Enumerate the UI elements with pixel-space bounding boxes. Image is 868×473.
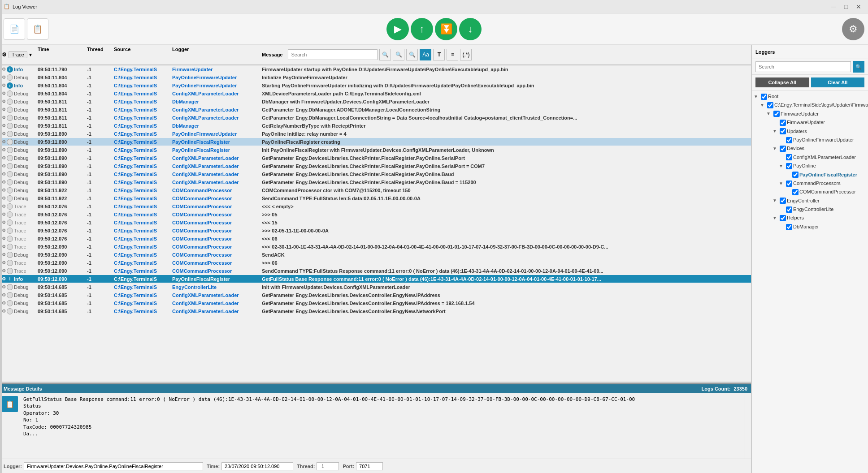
tree-toggle-icon[interactable]: ▼ bbox=[754, 94, 760, 100]
search-highlight-button[interactable]: Aa bbox=[420, 49, 431, 60]
copy-message-button[interactable]: 📋 bbox=[2, 396, 18, 412]
tree-checkbox[interactable] bbox=[786, 137, 792, 143]
table-row[interactable]: ⚙ Debug 09:50:14.685 -1 C:\Engy.Terminal… bbox=[0, 291, 751, 299]
table-row[interactable]: ⚙ Debug 09:50:11.890 -1 C:\Engy.Terminal… bbox=[0, 154, 751, 162]
restore-button[interactable]: □ bbox=[840, 2, 852, 12]
open-file-button[interactable]: 📄 bbox=[4, 18, 25, 40]
tree-checkbox[interactable] bbox=[786, 206, 792, 213]
table-row[interactable]: ⚙ Debug 09:50:11.890 -1 C:\Engy.Terminal… bbox=[0, 130, 751, 138]
search-zoom-out-button[interactable]: 🔍 bbox=[393, 49, 404, 60]
tree-checkbox[interactable] bbox=[792, 172, 799, 178]
tree-toggle-icon[interactable]: ▼ bbox=[773, 198, 779, 204]
tree-item[interactable]: ▼ C:\Engy.TerminalSide\logs\Updater\Firm… bbox=[752, 101, 868, 109]
table-row[interactable]: ⚙ Trace 09:50:12.076 -1 C:\Engy.Terminal… bbox=[0, 227, 751, 235]
tree-checkbox[interactable] bbox=[773, 111, 780, 117]
table-row[interactable]: ⚙ i Info 09:50:11.790 -1 C:\Engy.Termina… bbox=[0, 65, 751, 73]
table-row[interactable]: ⚙ Debug 09:50:11.804 -1 C:\Engy.Terminal… bbox=[0, 73, 751, 82]
tree-toggle-icon[interactable]: ▼ bbox=[773, 146, 779, 152]
table-row[interactable]: ⚙ Debug 09:50:11.890 -1 C:\Engy.Terminal… bbox=[0, 162, 751, 170]
tree-item[interactable]: ▼ Updaters bbox=[752, 127, 868, 136]
tree-checkbox[interactable] bbox=[767, 102, 773, 108]
table-row[interactable]: ⚙ Debug 09:50:11.811 -1 C:\Engy.Terminal… bbox=[0, 106, 751, 114]
loggers-search-input[interactable] bbox=[755, 61, 851, 72]
settings-button[interactable]: ⚙ bbox=[842, 18, 864, 40]
open-folder-button[interactable]: 📋 bbox=[27, 18, 48, 40]
tree-item[interactable]: ▼ Helpers bbox=[752, 214, 868, 222]
table-row[interactable]: ⚙ Debug 09:50:11.890 -1 C:\Engy.Terminal… bbox=[0, 138, 751, 146]
tree-item[interactable]: EngyControllerLite bbox=[752, 205, 868, 214]
tree-checkbox[interactable] bbox=[786, 154, 792, 160]
scroll-down-button[interactable]: ↓ bbox=[459, 18, 482, 40]
skip-down-button[interactable]: ⏬ bbox=[435, 18, 457, 40]
tree-item[interactable]: ▼ PayOnline bbox=[752, 162, 868, 170]
tree-checkbox[interactable] bbox=[780, 198, 786, 204]
tree-item[interactable]: ▼ Root bbox=[752, 92, 868, 101]
table-row[interactable]: ⚙ Trace 09:50:12.090 -1 C:\Engy.Terminal… bbox=[0, 267, 751, 275]
table-row[interactable]: ⚙ i Info 09:50:12.090 -1 C:\Engy.Termina… bbox=[0, 275, 751, 283]
table-row[interactable]: ⚙ Debug 09:50:11.811 -1 C:\Engy.Terminal… bbox=[0, 98, 751, 106]
tree-item[interactable]: ConfigXMLParameterLoader bbox=[752, 153, 868, 162]
level-filter-dropdown[interactable]: Trace bbox=[9, 51, 27, 58]
table-row[interactable]: ⚙ Trace 09:50:12.076 -1 C:\Engy.Terminal… bbox=[0, 202, 751, 211]
log-search-input[interactable] bbox=[288, 49, 378, 60]
table-row[interactable]: ⚙ Debug 09:50:11.811 -1 C:\Engy.Terminal… bbox=[0, 114, 751, 122]
loggers-search-button[interactable]: 🔍 bbox=[853, 61, 864, 73]
tree-toggle-icon[interactable]: ▼ bbox=[760, 102, 766, 108]
search-text-button[interactable]: T bbox=[433, 49, 445, 60]
table-row[interactable]: ⚙ Debug 09:50:14.685 -1 C:\Engy.Terminal… bbox=[0, 307, 751, 315]
tree-toggle-icon[interactable]: ▼ bbox=[773, 215, 779, 221]
tree-checkbox[interactable] bbox=[761, 94, 767, 100]
table-row[interactable]: ⚙ Debug 09:50:12.090 -1 C:\Engy.Terminal… bbox=[0, 251, 751, 259]
tree-checkbox[interactable] bbox=[786, 181, 792, 187]
loggers-tree[interactable]: ▼ Root ▼ C:\Engy.TerminalSide\logs\Updat… bbox=[752, 90, 868, 473]
tree-checkbox[interactable] bbox=[786, 163, 792, 169]
tree-toggle-icon[interactable]: ▼ bbox=[779, 163, 785, 169]
table-row[interactable]: ⚙ Trace 09:50:12.076 -1 C:\Engy.Terminal… bbox=[0, 219, 751, 227]
table-row[interactable]: ⚙ Trace 09:50:12.090 -1 C:\Engy.Terminal… bbox=[0, 243, 751, 251]
table-row[interactable]: ⚙ Trace 09:50:12.076 -1 C:\Engy.Terminal… bbox=[0, 235, 751, 243]
tree-checkbox[interactable] bbox=[786, 224, 792, 230]
tree-checkbox[interactable] bbox=[780, 146, 786, 152]
tree-item[interactable]: DbManager bbox=[752, 223, 868, 231]
table-row[interactable]: ⚙ Debug 09:50:11.811 -1 C:\Engy.Terminal… bbox=[0, 122, 751, 130]
tree-item[interactable]: PayOnlineFirmwareUpdater bbox=[752, 136, 868, 144]
close-button[interactable]: ✕ bbox=[853, 2, 864, 12]
search-button[interactable]: 🔍 bbox=[379, 49, 391, 60]
tree-item[interactable]: COMCommandProcessor bbox=[752, 188, 868, 196]
log-body[interactable]: ⚙ i Info 09:50:11.790 -1 C:\Engy.Termina… bbox=[0, 65, 751, 382]
search-regex-button[interactable]: (.*) bbox=[460, 49, 472, 60]
tree-item[interactable]: ▼ CommandProcessors bbox=[752, 179, 868, 188]
tree-checkbox[interactable] bbox=[792, 189, 799, 195]
play-button[interactable]: ▶ bbox=[386, 18, 409, 40]
search-filter-button[interactable]: 🔍 bbox=[406, 49, 418, 60]
collapse-all-button[interactable]: Collapse All bbox=[755, 77, 809, 87]
table-row[interactable]: ⚙ Debug 09:50:11.922 -1 C:\Engy.Terminal… bbox=[0, 194, 751, 202]
tree-item[interactable]: FirmwareUpdater bbox=[752, 118, 868, 127]
table-row[interactable]: ⚙ Debug 09:50:11.804 -1 C:\Engy.Terminal… bbox=[0, 90, 751, 98]
table-row[interactable]: ⚙ Debug 09:50:11.890 -1 C:\Engy.Terminal… bbox=[0, 170, 751, 178]
minimize-button[interactable]: ─ bbox=[828, 2, 839, 12]
tree-toggle-icon[interactable]: ▼ bbox=[766, 111, 773, 117]
tree-toggle-icon[interactable]: ▼ bbox=[773, 128, 779, 134]
table-row[interactable]: ⚙ Debug 09:50:11.922 -1 C:\Engy.Terminal… bbox=[0, 186, 751, 194]
tree-checkbox[interactable] bbox=[780, 128, 786, 134]
search-options-button[interactable]: ≡ bbox=[447, 49, 458, 60]
table-row[interactable]: ⚙ i Info 09:50:11.804 -1 C:\Engy.Termina… bbox=[0, 82, 751, 90]
vertical-splitter[interactable] bbox=[0, 0, 2, 473]
tree-item[interactable]: ▼ Devices bbox=[752, 144, 868, 153]
message-scrollbar[interactable] bbox=[745, 393, 751, 459]
table-row[interactable]: ⚙ Debug 09:50:11.890 -1 C:\Engy.Terminal… bbox=[0, 178, 751, 186]
tree-checkbox[interactable] bbox=[780, 215, 786, 221]
table-row[interactable]: ⚙ Debug 09:50:14.685 -1 C:\Engy.Terminal… bbox=[0, 299, 751, 307]
tree-item[interactable]: ▼ EngyController bbox=[752, 197, 868, 205]
table-row[interactable]: ⚙ Debug 09:50:11.890 -1 C:\Engy.Terminal… bbox=[0, 146, 751, 154]
scroll-up-button[interactable]: ↑ bbox=[411, 18, 433, 40]
tree-item[interactable]: PayOnlineFiscalRegister bbox=[752, 171, 868, 179]
table-row[interactable]: ⚙ Debug 09:50:14.685 -1 C:\Engy.Terminal… bbox=[0, 283, 751, 291]
tree-checkbox[interactable] bbox=[780, 120, 786, 126]
table-row[interactable]: ⚙ Trace 09:50:12.090 -1 C:\Engy.Terminal… bbox=[0, 259, 751, 267]
table-row[interactable]: ⚙ Trace 09:50:12.076 -1 C:\Engy.Terminal… bbox=[0, 211, 751, 219]
tree-toggle-icon[interactable]: ▼ bbox=[779, 181, 785, 187]
tree-item[interactable]: ▼ FirmwareUpdater bbox=[752, 110, 868, 118]
clear-all-button[interactable]: Clear All bbox=[811, 77, 865, 87]
